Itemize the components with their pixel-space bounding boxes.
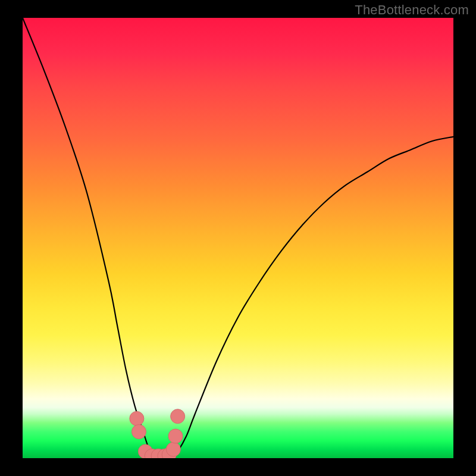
watermark-text: TheBottleneck.com — [355, 2, 469, 18]
curve-overlay — [23, 18, 453, 458]
bottleneck-curve — [23, 18, 453, 458]
highlighted-points — [130, 409, 185, 458]
marker-point — [171, 409, 185, 424]
plot-area — [23, 18, 453, 458]
marker-point — [168, 429, 183, 443]
marker-point — [130, 411, 144, 425]
marker-point — [166, 442, 180, 456]
chart-frame: TheBottleneck.com — [0, 0, 476, 476]
marker-point — [131, 425, 146, 439]
